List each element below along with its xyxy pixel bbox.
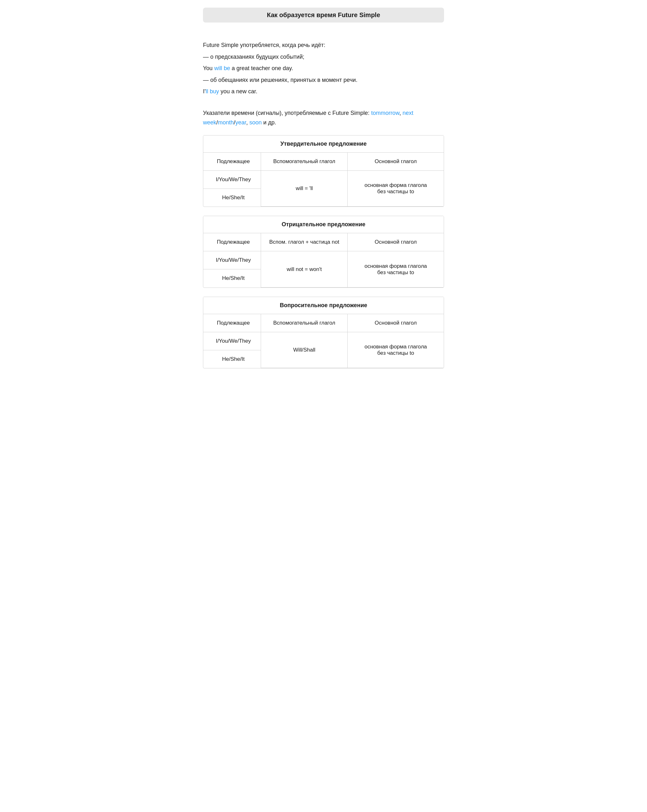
aff-col3-header: Основной глагол [348, 153, 444, 171]
intro-line6: Указатели времени (сигналы), употребляем… [203, 108, 444, 128]
interrogative-section: Вопросительное предложение Подлежащее Вс… [203, 297, 444, 369]
affirmative-section: Утвердительное предложение Подлежащее Вс… [203, 135, 444, 207]
neg-col3-header: Основной глагол [348, 233, 444, 251]
negative-table: Подлежащее Вспом. глагол + частица not О… [203, 233, 444, 287]
aff-row1-subj: I/You/We/They [203, 170, 261, 188]
page-title-container: Как образуется время Future Simple [203, 8, 444, 31]
affirmative-table: Подлежащее Вспомогательный глагол Основн… [203, 153, 444, 207]
intro-line3: You will be a great teacher one day. [203, 64, 444, 73]
aff-aux: will = 'll [261, 170, 348, 206]
intro-line4: — об обещаниях или решениях, принятых в … [203, 75, 444, 85]
intro-line2: — о предсказаниях будущих событий; [203, 52, 444, 62]
interrogative-table: Подлежащее Вспомогательный глагол Основн… [203, 314, 444, 368]
neg-row2-subj: He/She/It [203, 269, 261, 287]
neg-aux: will not = won't [261, 251, 348, 287]
aff-row2-subj: He/She/It [203, 188, 261, 206]
neg-main: основная форма глагола без частицы to [348, 251, 444, 287]
int-col2-header: Вспомогательный глагол [261, 314, 348, 332]
int-col3-header: Основной глагол [348, 314, 444, 332]
negative-title: Отрицательное предложение [203, 216, 444, 233]
neg-col2-header: Вспом. глагол + частица not [261, 233, 348, 251]
int-row1-subj: I/You/We/They [203, 332, 261, 350]
intro-section: Future Simple употребляется, когда речь … [203, 40, 444, 128]
intro-line1: Future Simple употребляется, когда речь … [203, 40, 444, 50]
interrogative-title: Вопросительное предложение [203, 297, 444, 314]
aff-col1-header: Подлежащее [203, 153, 261, 171]
int-row2-subj: He/She/It [203, 350, 261, 368]
neg-col1-header: Подлежащее [203, 233, 261, 251]
neg-row1-subj: I/You/We/They [203, 251, 261, 269]
int-aux: Will/Shall [261, 332, 348, 368]
int-main: основная форма глагола без частицы to [348, 332, 444, 368]
int-col1-header: Подлежащее [203, 314, 261, 332]
negative-section: Отрицательное предложение Подлежащее Всп… [203, 216, 444, 288]
aff-main: основная форма глагола без частицы to [348, 170, 444, 206]
intro-line5: I'll buy you a new car. [203, 87, 444, 96]
affirmative-title: Утвердительное предложение [203, 136, 444, 153]
page-title: Как образуется время Future Simple [267, 11, 380, 18]
page-title-box: Как образуется время Future Simple [203, 8, 444, 23]
aff-col2-header: Вспомогательный глагол [261, 153, 348, 171]
